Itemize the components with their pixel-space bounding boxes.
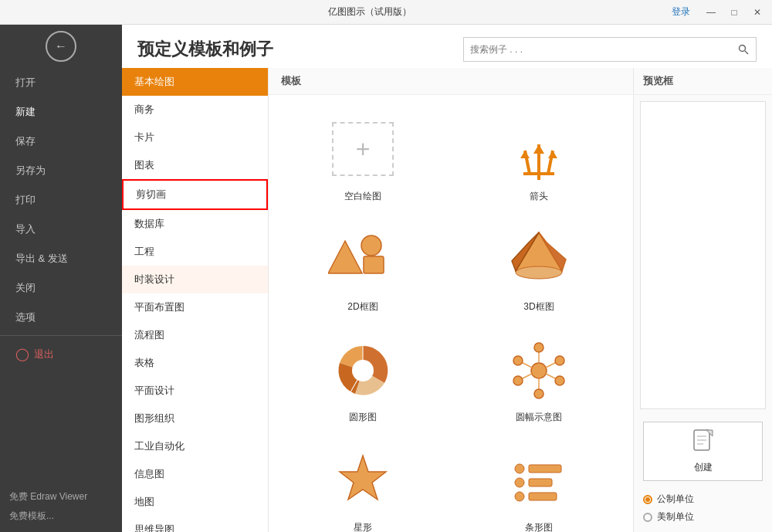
sidebar-item-open[interactable]: 打开 [0, 68, 122, 97]
template-item-2d[interactable]: 2D框图 [275, 212, 451, 322]
svg-marker-3 [520, 151, 530, 158]
preview-area [640, 101, 766, 409]
svg-point-36 [515, 492, 524, 501]
exit-label: 退出 [34, 347, 54, 361]
arrow-template-icon [500, 114, 577, 184]
category-item-floor[interactable]: 平面布置图 [122, 293, 268, 321]
sidebar-item-export[interactable]: 导出 & 发送 [0, 244, 122, 273]
category-item-mindmap[interactable]: 思维导图 [122, 516, 268, 532]
pie-template-icon [324, 335, 401, 405]
bars-template-icon [500, 446, 577, 515]
template-item-pie[interactable]: 圆形图 [275, 322, 451, 432]
back-button[interactable]: ← [46, 31, 76, 62]
radio-metric-dot [645, 497, 650, 502]
sidebar-item-new[interactable]: 新建 [0, 97, 122, 127]
svg-point-22 [534, 343, 543, 352]
sidebar-templates-link[interactable]: 免费模板... [9, 507, 113, 526]
svg-rect-39 [529, 493, 557, 500]
page-title: 预定义模板和例子 [137, 38, 273, 61]
export-label: 导出 & 发送 [15, 252, 68, 266]
pie-svg-icon [332, 341, 394, 399]
svg-marker-7 [548, 151, 557, 158]
radio-metric-label: 公制单位 [657, 493, 694, 506]
svg-point-34 [515, 464, 524, 473]
sidebar-item-close[interactable]: 关闭 [0, 273, 122, 303]
svg-point-0 [740, 46, 746, 52]
svg-point-32 [513, 356, 523, 365]
svg-rect-37 [529, 465, 561, 473]
radial-svg-icon [508, 341, 570, 399]
radial-template-label: 圆幅示意图 [516, 411, 562, 424]
category-item-fashion[interactable]: 时装设计 [122, 266, 268, 293]
svg-point-20 [531, 363, 547, 378]
svg-marker-5 [533, 144, 544, 154]
templates-header: 模板 [269, 68, 633, 95]
arrow-template-label: 箭头 [530, 190, 548, 203]
template-item-bars[interactable]: 条形图 [451, 432, 627, 532]
category-item-chart[interactable]: 图表 [122, 151, 268, 179]
radial-template-icon [500, 335, 577, 405]
category-item-card[interactable]: 卡片 [122, 124, 268, 151]
category-item-map[interactable]: 地图 [122, 488, 268, 516]
create-button[interactable]: 创建 [643, 422, 763, 481]
search-button[interactable] [731, 37, 756, 62]
svg-line-1 [745, 51, 748, 54]
svg-line-31 [521, 362, 532, 368]
template-item-arrow[interactable]: 箭头 [451, 101, 627, 212]
close-button[interactable]: ✕ [749, 4, 766, 21]
radio-group: 公制单位 美制单位 [634, 487, 772, 532]
template-item-blank[interactable]: + 空白绘图 [275, 101, 451, 212]
open-label: 打开 [15, 76, 36, 90]
two-panel: 基本绘图 商务 卡片 图表 剪切画 [122, 68, 772, 532]
category-item-infographic[interactable]: 信息图 [122, 460, 268, 488]
login-link[interactable]: 登录 [672, 5, 690, 19]
svg-line-29 [521, 374, 532, 379]
sidebar-item-exit[interactable]: ◯ 退出 [0, 339, 122, 369]
svg-line-23 [546, 362, 557, 368]
radio-metric-circle [643, 495, 652, 504]
print-label: 打印 [15, 193, 36, 207]
category-item-basic[interactable]: 基本绘图 [122, 68, 268, 96]
sidebar-item-options[interactable]: 选项 [0, 303, 122, 332]
category-item-business[interactable]: 商务 [122, 96, 268, 124]
template-item-star[interactable]: 星形 [275, 432, 451, 532]
svg-point-12 [361, 236, 381, 256]
templates-grid-wrapper[interactable]: + 空白绘图 [269, 95, 633, 532]
exit-icon: ◯ [15, 347, 29, 361]
template-item-radial[interactable]: 圆幅示意图 [451, 322, 627, 432]
sidebar-item-import[interactable]: 导入 [0, 215, 122, 244]
sidebar-item-print[interactable]: 打印 [0, 185, 122, 215]
category-item-engineering[interactable]: 工程 [122, 238, 268, 266]
save-label: 保存 [15, 134, 36, 148]
svg-line-25 [546, 374, 557, 379]
arrow-svg-icon [508, 118, 570, 180]
sidebar-item-saveas[interactable]: 另存为 [0, 156, 122, 185]
category-item-industrial[interactable]: 工业自动化 [122, 432, 268, 460]
radio-imperial[interactable]: 美制单位 [643, 508, 763, 526]
close-label: 关闭 [15, 281, 36, 295]
search-input[interactable] [464, 44, 731, 55]
category-item-graphic[interactable]: 图形组织 [122, 405, 268, 432]
search-icon [738, 44, 749, 55]
2d-template-label: 2D框图 [347, 300, 378, 313]
category-item-flat-design[interactable]: 平面设计 [122, 377, 268, 405]
category-item-flowchart[interactable]: 流程图 [122, 321, 268, 349]
sidebar-viewer-link[interactable]: 免费 Edraw Viewer [9, 487, 113, 507]
template-item-3d[interactable]: 3D框图 [451, 212, 627, 322]
sidebar-item-save[interactable]: 保存 [0, 127, 122, 156]
bars-template-label: 条形图 [525, 521, 553, 532]
preview-title: 预览框 [634, 68, 772, 95]
svg-marker-33 [340, 456, 386, 500]
2d-svg-icon [328, 229, 398, 290]
3d-template-icon [500, 225, 577, 294]
category-item-table[interactable]: 表格 [122, 349, 268, 377]
category-scroll[interactable]: 基本绘图 商务 卡片 图表 剪切画 [122, 68, 268, 532]
svg-rect-11 [364, 256, 384, 273]
maximize-button[interactable]: □ [726, 4, 743, 21]
radio-metric[interactable]: 公制单位 [643, 490, 763, 508]
category-item-clipart[interactable]: 剪切画 [122, 179, 268, 210]
minimize-button[interactable]: — [703, 4, 720, 21]
svg-point-35 [515, 478, 524, 487]
category-item-database[interactable]: 数据库 [122, 210, 268, 238]
sidebar: ← 打开 新建 保存 另存为 打印 导入 导出 & 发送 [0, 25, 122, 532]
